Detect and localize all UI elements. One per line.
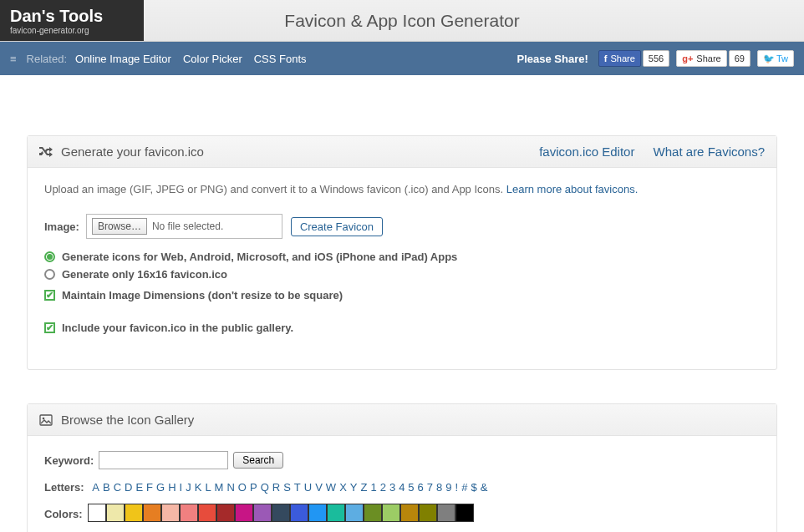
file-input[interactable]: Browse… No file selected.: [86, 214, 282, 239]
color-swatch[interactable]: [180, 504, 198, 522]
color-swatch[interactable]: [216, 504, 235, 522]
option-include-label: Include your favicon.ico in the public g…: [62, 322, 293, 334]
letter-link[interactable]: Z: [360, 481, 367, 494]
color-swatch[interactable]: [272, 504, 290, 522]
color-swatch[interactable]: [106, 504, 125, 522]
letter-link[interactable]: N: [226, 481, 234, 494]
nav-link-image-editor[interactable]: Online Image Editor: [75, 53, 171, 65]
color-swatch[interactable]: [198, 504, 216, 522]
menu-icon[interactable]: ≡: [10, 53, 17, 65]
letter-link[interactable]: F: [146, 481, 153, 494]
letter-link[interactable]: 9: [445, 481, 451, 494]
intro-copy: Upload an image (GIF, JPEG or PNG) and c…: [44, 183, 506, 195]
letter-link[interactable]: Q: [261, 481, 269, 494]
google-plus-share-button[interactable]: g+Share: [676, 50, 727, 67]
option-generate-16[interactable]: Generate only 16x16 favicon.ico: [44, 268, 760, 281]
letter-link[interactable]: $: [471, 481, 476, 494]
colors-label: Colors:: [44, 508, 83, 520]
option-include-gallery[interactable]: Include your favicon.ico in the public g…: [44, 322, 760, 334]
color-swatch[interactable]: [290, 504, 308, 522]
color-swatch[interactable]: [455, 504, 474, 522]
option-generate-full-label: Generate icons for Web, Android, Microso…: [62, 251, 457, 263]
color-swatch[interactable]: [308, 504, 327, 522]
favicon-editor-link[interactable]: favicon.ico Editor: [539, 144, 634, 159]
option-generate-full[interactable]: Generate icons for Web, Android, Microso…: [44, 251, 760, 263]
google-plus-icon: g+: [682, 53, 693, 63]
letter-link[interactable]: 2: [380, 481, 386, 494]
color-swatch[interactable]: [400, 504, 419, 522]
letter-link[interactable]: B: [103, 481, 110, 494]
letter-link[interactable]: !: [455, 481, 459, 494]
search-button[interactable]: Search: [233, 452, 283, 469]
keyword-input[interactable]: [99, 451, 228, 469]
letter-link[interactable]: L: [205, 481, 211, 494]
topbar: Dan's Tools favicon-generator.org Favico…: [0, 0, 804, 42]
letter-link[interactable]: O: [238, 481, 247, 494]
letter-link[interactable]: Y: [350, 481, 358, 494]
letter-link[interactable]: 7: [427, 481, 433, 494]
option-generate-16-label: Generate only 16x16 favicon.ico: [62, 268, 227, 281]
letter-link[interactable]: H: [168, 481, 176, 494]
letter-link[interactable]: 5: [408, 481, 414, 494]
letter-link[interactable]: 8: [436, 481, 442, 494]
shuffle-icon: [39, 145, 53, 159]
logo[interactable]: Dan's Tools favicon-generator.org: [0, 0, 144, 41]
facebook-share-label: Share: [610, 53, 634, 63]
facebook-share-button[interactable]: fShare: [598, 50, 641, 67]
nav-link-css-fonts[interactable]: CSS Fonts: [254, 53, 307, 65]
option-maintain-dimensions[interactable]: Maintain Image Dimensions (don't resize …: [44, 289, 760, 301]
learn-more-link[interactable]: Learn more about favicons.: [506, 183, 639, 195]
letter-link[interactable]: 4: [399, 481, 405, 494]
letter-link[interactable]: 6: [418, 481, 424, 494]
color-swatch[interactable]: [327, 504, 345, 522]
browse-button[interactable]: Browse…: [92, 218, 147, 235]
letter-link[interactable]: 3: [389, 481, 395, 494]
nav-link-color-picker[interactable]: Color Picker: [183, 53, 242, 65]
color-swatch[interactable]: [161, 504, 180, 522]
color-swatch[interactable]: [382, 504, 400, 522]
letter-link[interactable]: #: [461, 481, 467, 494]
letter-link[interactable]: M: [215, 481, 224, 494]
keyword-label: Keyword:: [44, 454, 94, 467]
generate-panel-header: Generate your favicon.ico favicon.ico Ed…: [28, 136, 776, 168]
radio-icon: [44, 251, 55, 262]
letter-link[interactable]: C: [114, 481, 121, 494]
color-swatch[interactable]: [364, 504, 382, 522]
color-swatch[interactable]: [419, 504, 437, 522]
color-swatch[interactable]: [88, 504, 106, 522]
image-icon: [39, 413, 53, 427]
letters-label: Letters:: [44, 481, 84, 494]
letter-link[interactable]: G: [156, 481, 165, 494]
letter-link[interactable]: 1: [370, 481, 376, 494]
color-swatch[interactable]: [253, 504, 272, 522]
google-plus-share-label: Share: [696, 53, 720, 63]
letter-link[interactable]: E: [135, 481, 143, 494]
letter-link[interactable]: U: [304, 481, 312, 494]
create-favicon-button[interactable]: Create Favicon: [291, 217, 383, 236]
color-swatch[interactable]: [143, 504, 161, 522]
letter-link[interactable]: X: [339, 481, 347, 494]
letter-link[interactable]: D: [125, 481, 132, 494]
what-are-favicons-link[interactable]: What are Favicons?: [654, 144, 765, 159]
twitter-share-button[interactable]: 🐦Tw: [757, 50, 794, 67]
letter-link[interactable]: A: [92, 481, 99, 494]
logo-subtitle: favicon-generator.org: [10, 26, 144, 35]
color-swatch[interactable]: [125, 504, 143, 522]
letter-link[interactable]: I: [180, 481, 183, 494]
letter-link[interactable]: V: [315, 481, 323, 494]
letter-link[interactable]: J: [186, 481, 191, 494]
color-swatch[interactable]: [235, 504, 253, 522]
letter-link[interactable]: W: [326, 481, 336, 494]
letter-link[interactable]: S: [283, 481, 291, 494]
letter-link[interactable]: T: [294, 481, 301, 494]
letter-link[interactable]: K: [195, 481, 202, 494]
color-swatch[interactable]: [437, 504, 455, 522]
letter-link[interactable]: &: [481, 481, 488, 494]
letter-link[interactable]: P: [250, 481, 257, 494]
no-file-label: No file selected.: [152, 220, 223, 232]
letter-link[interactable]: R: [272, 481, 280, 494]
please-share-label: Please Share!: [517, 53, 588, 65]
twitter-share-label: Tw: [776, 53, 788, 63]
gallery-panel-header: Browse the Icon Gallery: [28, 404, 776, 436]
color-swatch[interactable]: [345, 504, 364, 522]
